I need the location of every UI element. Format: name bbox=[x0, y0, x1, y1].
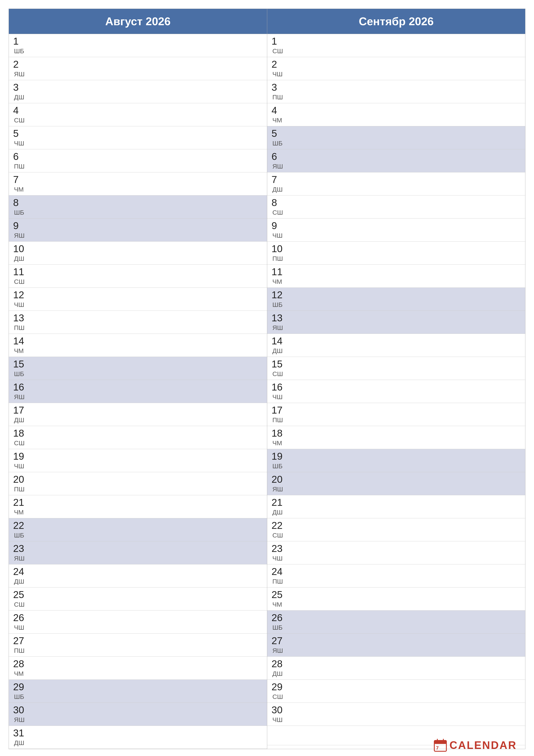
september-day-row-2: 2ЧШ bbox=[267, 57, 525, 80]
september-day-abbr-18: ЧМ bbox=[272, 440, 289, 447]
august-day-number-1: 1 bbox=[13, 36, 30, 46]
august-day-number-23: 23 bbox=[13, 544, 30, 554]
august-day-abbr-28: ЧМ bbox=[14, 670, 30, 677]
august-day-abbr-10: ДШ bbox=[14, 255, 30, 262]
august-day-abbr-22: ШБ bbox=[14, 532, 30, 539]
august-day-number-10: 10 bbox=[13, 244, 30, 254]
september-header: Сентябр 2026 bbox=[267, 9, 525, 34]
september-day-row-28: 28ДШ bbox=[267, 657, 525, 680]
september-day-number-20: 20 bbox=[271, 474, 289, 484]
september-day-abbr-4: ЧМ bbox=[272, 117, 289, 124]
calendar-grid: Август 2026 Сентябр 2026 1ШБ2ЯШ3ДШ4СШ5ЧШ… bbox=[9, 9, 525, 749]
september-day-number-18: 18 bbox=[271, 428, 289, 438]
august-day-number-15: 15 bbox=[13, 359, 30, 369]
august-day-row-9: 9ЯШ bbox=[9, 219, 267, 242]
september-day-number-8: 8 bbox=[271, 198, 289, 207]
september-day-abbr-22: СШ bbox=[272, 532, 289, 539]
svg-rect-1 bbox=[434, 741, 446, 744]
august-day-abbr-31: ДШ bbox=[14, 739, 30, 746]
august-day-row-14: 14ЧМ bbox=[9, 334, 267, 357]
august-days-column: 1ШБ2ЯШ3ДШ4СШ5ЧШ6ПШ7ЧМ8ШБ9ЯШ10ДШ11СШ12ЧШ1… bbox=[9, 34, 267, 749]
september-day-number-23: 23 bbox=[271, 544, 289, 554]
september-day-abbr-27: ЯШ bbox=[272, 647, 289, 654]
september-day-number-11: 11 bbox=[271, 267, 289, 277]
august-day-abbr-20: ПШ bbox=[14, 486, 30, 493]
september-day-row-12: 12ШБ bbox=[267, 288, 525, 311]
august-day-number-21: 21 bbox=[13, 498, 30, 507]
september-day-number-7: 7 bbox=[271, 175, 289, 184]
august-day-abbr-27: ПШ bbox=[14, 647, 30, 654]
august-day-row-12: 12ЧШ bbox=[9, 288, 267, 311]
september-day-number-19: 19 bbox=[271, 451, 289, 461]
september-day-abbr-11: ЧМ bbox=[272, 278, 289, 285]
september-day-abbr-8: СШ bbox=[272, 209, 289, 216]
september-day-number-10: 10 bbox=[271, 244, 289, 254]
september-day-row-4: 4ЧМ bbox=[267, 103, 525, 126]
august-day-row-22: 22ШБ bbox=[9, 518, 267, 541]
september-day-row-15: 15СШ bbox=[267, 357, 525, 380]
august-day-abbr-26: ЧШ bbox=[14, 624, 30, 631]
september-day-abbr-28: ДШ bbox=[272, 670, 289, 677]
september-day-abbr-21: ДШ bbox=[272, 509, 289, 516]
september-day-row-16: 16ЧШ bbox=[267, 380, 525, 403]
august-title: Август 2026 bbox=[105, 15, 170, 28]
august-day-number-18: 18 bbox=[13, 428, 30, 438]
september-day-row-1: 1СШ bbox=[267, 34, 525, 57]
august-day-abbr-9: ЯШ bbox=[14, 232, 30, 239]
august-day-row-7: 7ЧМ bbox=[9, 173, 267, 196]
september-day-row-25: 25ЧМ bbox=[267, 587, 525, 610]
september-day-number-1: 1 bbox=[271, 36, 289, 46]
august-day-abbr-25: СШ bbox=[14, 601, 30, 608]
september-day-number-6: 6 bbox=[271, 151, 289, 161]
august-day-abbr-30: ЯШ bbox=[14, 716, 30, 723]
september-day-row-14: 14ДШ bbox=[267, 334, 525, 357]
august-day-number-22: 22 bbox=[13, 521, 30, 530]
august-day-abbr-11: СШ bbox=[14, 278, 30, 285]
august-day-abbr-5: ЧШ bbox=[14, 140, 30, 147]
logo-text: CALENDAR bbox=[449, 739, 517, 751]
august-day-number-31: 31 bbox=[13, 728, 30, 738]
august-day-row-18: 18СШ bbox=[9, 426, 267, 449]
september-day-number-16: 16 bbox=[271, 382, 289, 392]
august-day-number-16: 16 bbox=[13, 382, 30, 392]
september-day-row-19: 19ШБ bbox=[267, 449, 525, 472]
september-day-abbr-6: ЯШ bbox=[272, 163, 289, 170]
september-title: Сентябр 2026 bbox=[359, 15, 434, 28]
august-day-number-5: 5 bbox=[13, 128, 30, 138]
august-day-number-24: 24 bbox=[13, 567, 30, 577]
september-day-number-3: 3 bbox=[271, 82, 289, 92]
august-day-row-30: 30ЯШ bbox=[9, 703, 267, 726]
september-day-abbr-20: ЯШ bbox=[272, 486, 289, 493]
august-day-abbr-21: ЧМ bbox=[14, 509, 30, 516]
august-day-abbr-15: ШБ bbox=[14, 370, 30, 378]
august-day-abbr-4: СШ bbox=[14, 117, 30, 124]
september-day-row-18: 18ЧМ bbox=[267, 426, 525, 449]
september-day-abbr-16: ЧШ bbox=[272, 393, 289, 401]
august-day-row-26: 26ЧШ bbox=[9, 610, 267, 634]
august-day-number-4: 4 bbox=[13, 105, 30, 115]
august-day-number-7: 7 bbox=[13, 175, 30, 184]
september-day-number-22: 22 bbox=[271, 521, 289, 530]
august-day-abbr-24: ДШ bbox=[14, 578, 30, 585]
september-day-row-13: 13ЯШ bbox=[267, 311, 525, 334]
september-day-number-17: 17 bbox=[271, 405, 289, 415]
august-day-row-17: 17ДШ bbox=[9, 403, 267, 426]
august-day-abbr-14: ЧМ bbox=[14, 347, 30, 355]
september-day-number-2: 2 bbox=[271, 59, 289, 69]
august-day-number-19: 19 bbox=[13, 451, 30, 461]
september-day-abbr-19: ШБ bbox=[272, 463, 289, 470]
september-day-number-15: 15 bbox=[271, 359, 289, 369]
august-day-number-14: 14 bbox=[13, 336, 30, 346]
calendar-logo-icon: 7 bbox=[434, 739, 447, 752]
august-day-abbr-13: ПШ bbox=[14, 324, 30, 332]
august-day-row-5: 5ЧШ bbox=[9, 126, 267, 149]
august-day-row-16: 16ЯШ bbox=[9, 380, 267, 403]
august-day-row-24: 24ДШ bbox=[9, 564, 267, 587]
august-day-abbr-1: ШБ bbox=[14, 47, 30, 55]
august-day-number-30: 30 bbox=[13, 705, 30, 715]
august-day-row-31: 31ДШ bbox=[9, 726, 267, 749]
september-day-abbr-3: ПШ bbox=[272, 94, 289, 101]
august-day-row-1: 1ШБ bbox=[9, 34, 267, 57]
september-day-number-24: 24 bbox=[271, 567, 289, 577]
september-day-number-26: 26 bbox=[271, 613, 289, 623]
